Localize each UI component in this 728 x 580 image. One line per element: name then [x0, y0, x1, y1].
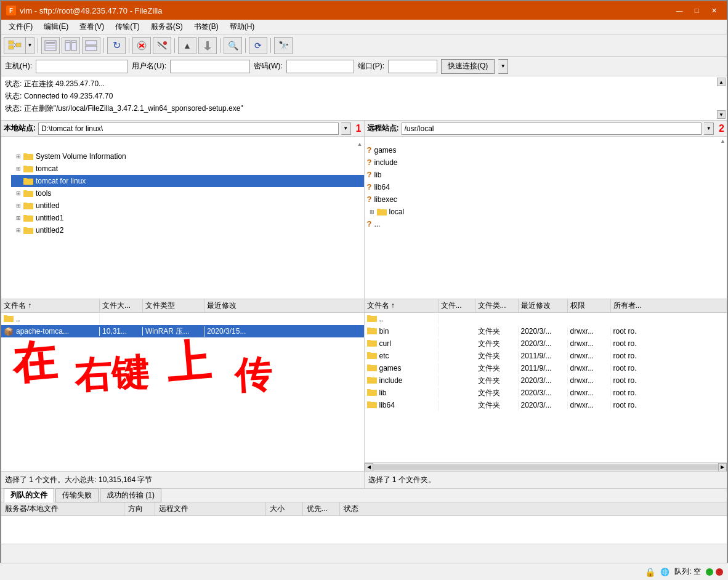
remote-tree-item[interactable]: ? libexec [365, 193, 727, 206]
remote-col-type[interactable]: 文件类... [475, 299, 519, 312]
local-tree-item[interactable]: ⊞ tomcat [11, 163, 364, 175]
down-button[interactable] [198, 37, 217, 54]
svg-rect-63 [367, 365, 371, 367]
find-button[interactable]: 🔭 [274, 37, 293, 54]
remote-file-list-body[interactable]: .. bin 文件夹 2020/3/... drwxr... root ro. [365, 313, 727, 462]
tab-successful-transfers[interactable]: 成功的传输 (1) [100, 488, 161, 502]
folder-icon [23, 214, 33, 222]
svg-rect-48 [4, 317, 14, 322]
disconnect-button[interactable] [153, 37, 171, 54]
unknown-icon: ? [367, 219, 372, 230]
show-remote-button[interactable] [62, 37, 80, 54]
svg-rect-8 [46, 47, 55, 49]
file-row[interactable]: 📦 apache-tomca... 10,31... WinRAR 压... 2… [1, 325, 364, 337]
file-row[interactable]: .. [365, 313, 727, 325]
file-row[interactable]: .. [1, 313, 364, 325]
local-tree-item[interactable]: ⊞ untitled2 [11, 224, 364, 236]
remote-tree-item[interactable]: ? ... [365, 218, 727, 230]
svg-line-3 [14, 42, 16, 45]
remote-tree-item[interactable]: ? games [365, 144, 727, 156]
username-input[interactable] [170, 60, 250, 73]
local-path-label: 本地站点: [4, 123, 36, 134]
remote-hscroll[interactable]: ◀ ▶ [365, 462, 727, 471]
remote-col-modified[interactable]: 最近修改 [519, 299, 568, 312]
menu-server[interactable]: 服务器(S) [146, 20, 188, 33]
col-header-size[interactable]: 文件大... [100, 299, 143, 312]
local-path-input[interactable] [38, 123, 339, 135]
remote-col-perm[interactable]: 权限 [568, 299, 611, 312]
local-tree-item[interactable]: ⊞ tools [11, 187, 364, 199]
local-file-list-body[interactable]: .. 📦 apache-tomca... 10,31... WinRAR 压..… [1, 313, 364, 471]
local-tree[interactable]: ▲ ⊞ System Volume Information ⊞ tomcat [1, 137, 364, 299]
folder-icon [23, 177, 33, 185]
local-tree-item[interactable]: ⊞ System Volume Information [11, 150, 364, 163]
close-button[interactable]: ✕ [706, 4, 722, 17]
queue-col-size: 大小 [266, 502, 303, 515]
show-local-button[interactable] [41, 37, 60, 54]
host-label: 主机(H): [5, 61, 32, 71]
hscroll-left[interactable]: ◀ [365, 463, 373, 472]
svg-rect-42 [23, 229, 33, 234]
tab-failed-transfers[interactable]: 传输失败 [55, 488, 99, 502]
menu-transfer[interactable]: 传输(T) [110, 20, 144, 33]
port-input[interactable] [388, 60, 437, 73]
remote-tree-item[interactable]: ? include [365, 156, 727, 169]
tab-queued-files[interactable]: 列队的文件 [4, 488, 54, 502]
tree-item-label: include [374, 157, 397, 168]
local-tree-item[interactable]: ▲ [1, 138, 364, 150]
quick-connect-button[interactable]: 快速连接(Q) [441, 59, 495, 74]
file-row[interactable]: etc 文件夹 2011/9/... drwxr... root ro. [365, 350, 727, 362]
local-file-pane: 文件名 ↑ 文件大... 文件类型 最近修改 .. 📦 [1, 299, 365, 471]
file-name: lib64 [379, 401, 395, 409]
menu-bookmark[interactable]: 书签(B) [189, 20, 224, 33]
file-row[interactable]: games 文件夹 2011/9/... drwxr... root ro. [365, 362, 727, 374]
remote-tree-item[interactable]: ? lib64 [365, 181, 727, 193]
menu-file[interactable]: 文件(F) [4, 20, 38, 33]
col-header-filename[interactable]: 文件名 ↑ [1, 299, 100, 312]
svg-rect-1 [9, 46, 14, 49]
remote-path-input[interactable] [402, 123, 702, 135]
remote-col-size[interactable]: 文件... [439, 299, 475, 312]
menu-help[interactable]: 帮助(H) [225, 20, 260, 33]
remote-tree-item[interactable]: ? lib [365, 169, 727, 181]
local-tree-item[interactable]: ⊞ untitled1 [11, 212, 364, 224]
menu-view[interactable]: 查看(V) [75, 20, 109, 33]
quick-connect-dropdown[interactable]: ▼ [498, 59, 508, 74]
local-tree-item[interactable]: ⊞ untitled [11, 199, 364, 212]
menu-edit[interactable]: 编辑(E) [39, 20, 73, 33]
lock-icon: 🔒 [645, 567, 655, 577]
remote-tree[interactable]: ▲ ? games ? include ? lib ? lib64 ? libe… [365, 137, 727, 299]
remote-path-dropdown[interactable]: ▼ [704, 123, 714, 135]
file-row[interactable]: bin 文件夹 2020/3/... drwxr... root ro. [365, 325, 727, 337]
status-scroll-up[interactable]: ▲ [717, 78, 726, 86]
svg-point-20 [163, 41, 167, 45]
sync-button[interactable]: ⟳ [249, 37, 267, 54]
file-row[interactable]: include 文件夹 2020/3/... drwxr... root ro. [365, 374, 727, 387]
host-input[interactable] [36, 60, 128, 73]
remote-col-owner[interactable]: 所有者... [611, 299, 727, 312]
hscroll-right[interactable]: ▶ [718, 463, 727, 472]
col-header-type[interactable]: 文件类型 [143, 299, 204, 312]
up-button[interactable]: ▲ [178, 37, 196, 54]
local-path-dropdown[interactable]: ▼ [341, 123, 351, 135]
site-manager-dropdown[interactable]: ▼ [26, 37, 34, 54]
status-scroll-down[interactable]: ▼ [717, 110, 726, 119]
search-button[interactable]: 🔍 [224, 37, 242, 54]
remote-tree-item[interactable]: ⊞ local [365, 206, 727, 218]
file-row[interactable]: curl 文件夹 2020/3/... drwxr... root ro. [365, 337, 727, 350]
file-row[interactable]: lib64 文件夹 2020/3/... drwxr... root ro. [365, 399, 727, 411]
svg-rect-34 [23, 190, 27, 193]
minimize-button[interactable]: — [671, 4, 687, 17]
password-input[interactable] [286, 60, 354, 73]
cancel-button[interactable] [132, 37, 151, 54]
local-tree-item[interactable]: tomcat for linux [11, 175, 364, 187]
col-header-modified[interactable]: 最近修改 [204, 299, 364, 312]
tree-item-label: tomcat [36, 163, 58, 174]
expander-icon: ⊞ [367, 206, 377, 217]
toggle-view-button[interactable] [82, 37, 100, 54]
site-manager-button[interactable] [4, 37, 26, 54]
remote-col-filename[interactable]: 文件名 ↑ [365, 299, 439, 312]
maximize-button[interactable]: □ [689, 4, 705, 17]
refresh-button[interactable]: ↻ [107, 37, 126, 54]
file-row[interactable]: lib 文件夹 2020/3/... drwxr... root ro. [365, 387, 727, 399]
